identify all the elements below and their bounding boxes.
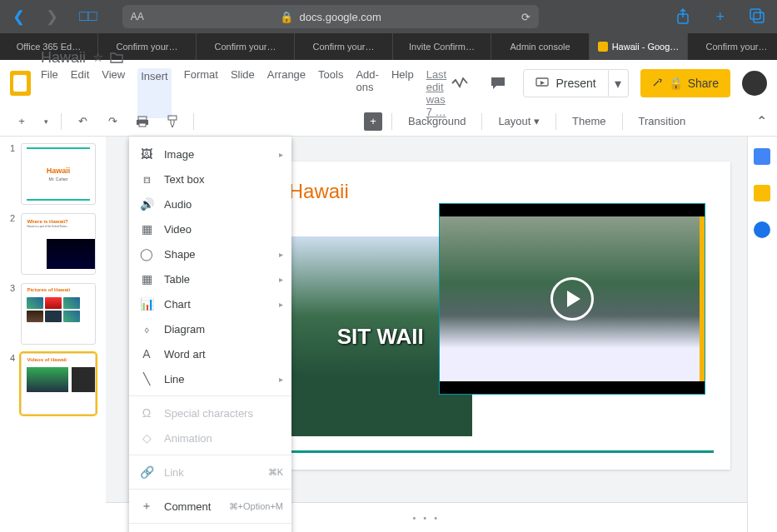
- insert-diagram[interactable]: ⬨Diagram: [129, 316, 291, 341]
- menu-label: Shape: [164, 248, 196, 261]
- present-label: Present: [555, 77, 595, 90]
- shortcut-label: ⌘+Option+M: [229, 501, 283, 512]
- slide-thumbnail[interactable]: HawaiiMr. Cortez: [21, 143, 95, 205]
- present-dropdown-icon[interactable]: ▾: [609, 69, 629, 97]
- text-size-icon[interactable]: AA: [131, 11, 144, 22]
- insert-comment[interactable]: ＋Comment⌘+Option+M: [129, 494, 291, 519]
- paint-format-icon[interactable]: [161, 110, 184, 133]
- add-box-icon[interactable]: +: [364, 112, 382, 131]
- diagram-icon: ⬨: [139, 322, 154, 336]
- url-text: docs.google.com: [300, 11, 381, 23]
- tabs-icon[interactable]: [750, 8, 765, 26]
- share-sheet-icon[interactable]: [675, 8, 690, 26]
- slide-accent-bar: [289, 450, 714, 453]
- thumb-number: 4: [10, 353, 16, 415]
- svg-rect-5: [138, 117, 147, 120]
- theme-button[interactable]: Theme: [565, 115, 612, 127]
- shape-icon: ◯: [139, 247, 154, 261]
- back-icon[interactable]: ❮: [12, 7, 25, 26]
- menu-label: Text box: [164, 173, 204, 186]
- slide-title-text: Hawaii: [289, 180, 349, 203]
- browser-chrome: ❮ ❯ □□ AA 🔒 docs.google.com ⟳ +: [0, 0, 777, 33]
- menu-label: Word art: [164, 348, 206, 360]
- insert-line[interactable]: ╲Line: [129, 366, 291, 391]
- wordart-icon: A: [139, 347, 154, 360]
- star-icon[interactable]: ☆: [92, 50, 103, 65]
- audio-icon: 🔊: [139, 197, 154, 211]
- menu-label: Line: [164, 373, 185, 385]
- link-icon: 🔗: [139, 465, 154, 479]
- slide-thumbnail[interactable]: Videos of Hawaii: [21, 353, 95, 415]
- textbox-icon: ⧈: [139, 172, 154, 186]
- present-button[interactable]: Present: [523, 69, 608, 97]
- insert-chart[interactable]: 📊Chart: [129, 291, 291, 316]
- browser-tab[interactable]: Confirm your…: [688, 33, 777, 60]
- insert-new-slide[interactable]: New slideCtrl+M: [129, 528, 291, 532]
- menu-label: Audio: [164, 198, 192, 211]
- reader-icon[interactable]: □□: [79, 7, 97, 26]
- tasks-addon-icon[interactable]: [754, 221, 770, 238]
- avatar[interactable]: [742, 71, 767, 96]
- comments-icon[interactable]: [485, 70, 511, 97]
- line-icon: ╲: [139, 372, 154, 385]
- thumbnail-panel: 1HawaiiMr. Cortez2Where is Hawaii?Hawaii…: [0, 137, 106, 532]
- comment-icon: ＋: [139, 499, 154, 514]
- side-panel: [747, 137, 777, 532]
- menu-label: Special characters: [164, 407, 253, 420]
- menu-label: Image: [164, 148, 194, 161]
- insert-word-art[interactable]: AWord art: [129, 341, 291, 366]
- app-header: Hawaii ☆ FileEditViewInsertFormatSlideAr…: [0, 60, 777, 107]
- slide-video[interactable]: [439, 203, 705, 395]
- svg-rect-2: [754, 12, 764, 22]
- thumb-number: 2: [10, 213, 16, 275]
- insert-shape[interactable]: ◯Shape: [129, 241, 291, 266]
- thumb-number: 3: [10, 283, 16, 345]
- url-bar[interactable]: AA 🔒 docs.google.com ⟳: [122, 5, 539, 28]
- slide[interactable]: Hawaii SIT WAII: [272, 162, 730, 470]
- keep-addon-icon[interactable]: [754, 185, 770, 201]
- refresh-icon[interactable]: ⟳: [521, 11, 530, 23]
- menu-label: Animation: [164, 432, 212, 445]
- background-button[interactable]: Background: [401, 115, 472, 127]
- browser-tab[interactable]: Admin console: [491, 33, 590, 60]
- slide-thumbnail[interactable]: Where is Hawaii?Hawaii is a part of the …: [21, 213, 95, 275]
- specialchar-icon: Ω: [139, 406, 154, 420]
- animation-icon: ◇: [139, 431, 154, 445]
- insert-image[interactable]: 🖼Image: [129, 142, 291, 167]
- print-icon[interactable]: [131, 110, 154, 133]
- doc-title[interactable]: Hawaii: [41, 49, 86, 67]
- move-folder-icon[interactable]: [110, 52, 123, 63]
- layout-button[interactable]: Layout ▾: [491, 115, 546, 127]
- new-slide-icon[interactable]: +: [10, 110, 33, 133]
- transition-button[interactable]: Transition: [632, 115, 693, 127]
- calendar-addon-icon[interactable]: [754, 148, 770, 165]
- insert-text-box[interactable]: ⧈Text box: [129, 167, 291, 191]
- slides-logo-icon[interactable]: [10, 71, 31, 96]
- slide-thumbnail[interactable]: Pictures of Hawaii: [21, 283, 95, 345]
- chart-icon: 📊: [139, 297, 154, 311]
- share-label: Share: [688, 77, 719, 90]
- new-slide-dd-icon[interactable]: ▾: [40, 110, 52, 133]
- play-icon[interactable]: [550, 277, 594, 321]
- image-icon: 🖼: [139, 147, 154, 161]
- redo-icon[interactable]: ↷: [101, 110, 124, 133]
- forward-icon: ❯: [46, 7, 58, 26]
- new-tab-icon[interactable]: +: [715, 8, 725, 26]
- insert-special-characters: ΩSpecial characters: [129, 400, 291, 425]
- insert-audio[interactable]: 🔊Audio: [129, 191, 291, 216]
- share-button[interactable]: 🔒 Share: [640, 69, 730, 97]
- activity-icon[interactable]: [446, 70, 473, 97]
- insert-animation: ◇Animation: [129, 425, 291, 450]
- thumb-number: 1: [10, 143, 16, 205]
- insert-video[interactable]: ▦Video: [129, 216, 291, 241]
- menu-label: Video: [164, 223, 192, 236]
- browser-tab[interactable]: Hawaii - Goog…: [590, 33, 688, 60]
- menu-label: Chart: [164, 298, 191, 311]
- collapse-toolbar-icon[interactable]: ⌃: [756, 113, 767, 129]
- svg-rect-8: [168, 116, 177, 120]
- lock-icon: 🔒: [280, 11, 293, 23]
- undo-icon[interactable]: ↶: [71, 110, 94, 133]
- menu-label: Table: [164, 273, 190, 286]
- table-icon: ▦: [139, 272, 154, 286]
- insert-table[interactable]: ▦Table: [129, 266, 291, 291]
